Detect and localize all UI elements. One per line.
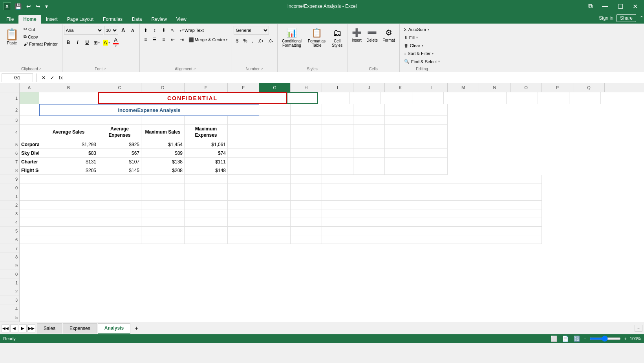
cell-c12[interactable] — [98, 201, 141, 209]
page-layout-view-btn[interactable]: 📄 — [561, 335, 569, 343]
cell-a12[interactable] — [20, 201, 39, 209]
cell-j3[interactable] — [353, 116, 385, 125]
cell-a1[interactable] — [20, 92, 39, 104]
cell-e5[interactable]: $1,061 — [185, 140, 228, 149]
tab-view[interactable]: View — [172, 15, 191, 24]
ribbon-collapse-btn[interactable]: ⌃ — [639, 15, 644, 21]
row-num-15[interactable]: 5 — [0, 227, 19, 235]
customize-quick-btn[interactable]: ▾ — [44, 2, 49, 10]
row-num-24[interactable]: 4 — [0, 304, 19, 313]
cell-m2[interactable] — [416, 104, 448, 116]
cell-a9[interactable] — [20, 175, 39, 183]
cell-g4[interactable] — [259, 125, 291, 140]
format-as-table-button[interactable]: 📋 Format asTable — [305, 26, 328, 50]
minimize-btn[interactable]: — — [599, 1, 611, 11]
cell-b14[interactable] — [39, 218, 98, 227]
col-header-m[interactable]: M — [448, 83, 479, 92]
cell-h10[interactable] — [291, 183, 322, 192]
format-painter-button[interactable]: 🖌 Format Painter — [22, 41, 60, 47]
zoom-minus[interactable]: − — [584, 336, 586, 341]
cell-g1[interactable] — [287, 92, 318, 104]
row-num-9[interactable]: 9 — [0, 175, 19, 183]
cut-button[interactable]: ✂ Cut — [22, 26, 60, 33]
cell-rest12[interactable] — [322, 201, 542, 209]
cell-d8[interactable]: $208 — [141, 166, 185, 175]
cell-b11[interactable] — [39, 192, 98, 201]
cell-d3[interactable] — [141, 116, 185, 125]
cell-k7[interactable] — [385, 158, 416, 166]
cell-d16[interactable] — [141, 235, 185, 244]
cell-e15[interactable] — [185, 227, 228, 235]
cell-g11[interactable] — [259, 192, 291, 201]
col-header-h[interactable]: H — [291, 83, 322, 92]
cell-a4[interactable] — [20, 125, 39, 140]
cell-f7[interactable] — [228, 158, 259, 166]
cell-l1[interactable] — [444, 92, 475, 104]
cell-h8[interactable] — [291, 166, 322, 175]
format-button[interactable]: ⚙ Format — [381, 26, 397, 44]
cell-e3[interactable] — [185, 116, 228, 125]
cell-c3[interactable] — [98, 116, 141, 125]
cell-k1[interactable] — [412, 92, 444, 104]
cell-rest15[interactable] — [322, 227, 542, 235]
currency-btn[interactable]: $ — [234, 37, 240, 45]
cell-e14[interactable] — [185, 218, 228, 227]
cell-h6[interactable] — [291, 149, 322, 158]
col-header-i[interactable]: I — [322, 83, 353, 92]
cell-h15[interactable] — [291, 227, 322, 235]
cell-i7[interactable] — [322, 158, 353, 166]
cell-f15[interactable] — [228, 227, 259, 235]
cell-n1[interactable] — [507, 92, 538, 104]
cell-g13[interactable] — [259, 209, 291, 218]
cell-d13[interactable] — [141, 209, 185, 218]
indent-increase-btn[interactable]: ⇥ — [177, 35, 186, 44]
align-middle-btn[interactable]: ↕ — [150, 26, 159, 35]
row-num-13[interactable]: 3 — [0, 209, 19, 218]
cell-f16[interactable] — [228, 235, 259, 244]
cell-g8[interactable] — [259, 166, 291, 175]
restore-btn[interactable]: ⧉ — [585, 1, 596, 11]
cell-a15[interactable] — [20, 227, 39, 235]
cell-h9[interactable] — [291, 175, 322, 183]
bold-button[interactable]: B — [64, 38, 73, 47]
share-button[interactable]: Share — [617, 14, 636, 22]
row-num-12[interactable]: 2 — [0, 201, 19, 209]
fill-button[interactable]: ⬇ Fill ▾ — [401, 34, 443, 41]
cell-g15[interactable] — [259, 227, 291, 235]
row-num-18[interactable]: 8 — [0, 253, 19, 261]
cell-rest10[interactable] — [322, 183, 542, 192]
col-header-g[interactable]: G — [259, 83, 291, 92]
cell-b12[interactable] — [39, 201, 98, 209]
paste-button[interactable]: 📋 Paste — [3, 26, 21, 47]
cell-h3[interactable] — [291, 116, 322, 125]
sign-in-button[interactable]: Sign in — [599, 15, 613, 21]
cell-rest14[interactable] — [322, 218, 542, 227]
col-header-e[interactable]: E — [185, 83, 228, 92]
cell-g10[interactable] — [259, 183, 291, 192]
font-expand-icon[interactable]: ↗ — [103, 67, 106, 71]
cell-rest9[interactable] — [322, 175, 542, 183]
cell-h12[interactable] — [291, 201, 322, 209]
cell-f11[interactable] — [228, 192, 259, 201]
cell-a6[interactable]: Sky Diving — [20, 149, 39, 158]
row-num-21[interactable]: 1 — [0, 279, 19, 287]
col-header-b[interactable]: B — [39, 83, 98, 92]
cell-b13[interactable] — [39, 209, 98, 218]
cell-k5[interactable] — [385, 140, 416, 149]
cell-j6[interactable] — [353, 149, 385, 158]
cell-f6[interactable] — [228, 149, 259, 158]
cell-k8[interactable] — [385, 166, 416, 175]
col-header-q[interactable]: Q — [573, 83, 605, 92]
insert-function-btn[interactable]: fx — [57, 74, 65, 82]
cell-i8[interactable] — [322, 166, 353, 175]
tab-data[interactable]: Data — [127, 15, 146, 24]
cell-e11[interactable] — [185, 192, 228, 201]
cell-c6[interactable]: $67 — [98, 149, 141, 158]
cell-d9[interactable] — [141, 175, 185, 183]
cell-g2[interactable] — [259, 104, 291, 116]
cell-c10[interactable] — [98, 183, 141, 192]
cell-c4[interactable]: Average Expenses — [98, 125, 141, 140]
col-header-c[interactable]: C — [98, 83, 141, 92]
cell-d11[interactable] — [141, 192, 185, 201]
cell-c13[interactable] — [98, 209, 141, 218]
